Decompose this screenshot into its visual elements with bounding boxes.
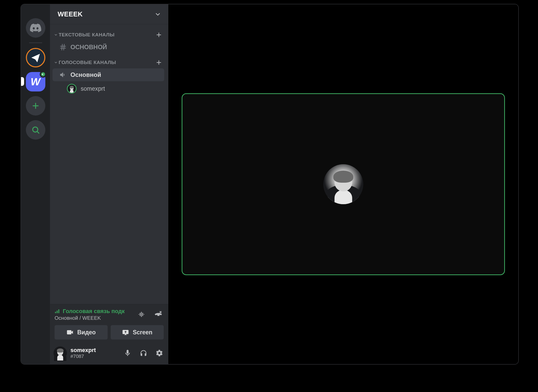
voice-user-item[interactable]: somexprt: [50, 82, 167, 96]
add-server-button[interactable]: [26, 96, 45, 116]
participant-avatar: [323, 164, 363, 204]
discord-icon: [30, 24, 41, 32]
svg-rect-1: [55, 312, 56, 313]
connection-status[interactable]: Голосовая связь подк: [55, 308, 125, 315]
video-button[interactable]: Видео: [55, 325, 108, 339]
headphones-icon: [140, 349, 147, 357]
plus-icon: [31, 101, 40, 110]
chevron-down-icon: [154, 11, 161, 18]
compass-icon: [31, 126, 40, 134]
noise-suppression-button[interactable]: [136, 309, 147, 320]
channel-sidebar: WEEEK ТЕКСТОВЫЕ КАНАЛЫ: [50, 4, 168, 364]
phone-hangup-icon: [154, 311, 162, 318]
app-layout: W WEEEK: [21, 4, 518, 364]
soundwave-icon: [138, 311, 145, 318]
hash-icon: [59, 43, 67, 51]
chevron-down-icon: [54, 61, 58, 64]
screen-share-button[interactable]: Screen: [111, 325, 164, 339]
gear-icon: [156, 349, 163, 357]
server-name: WEEEK: [58, 10, 83, 18]
category-label: ТЕКСТОВЫЕ КАНАЛЫ: [59, 32, 115, 38]
add-channel-button[interactable]: [156, 59, 162, 66]
microphone-icon: [124, 349, 131, 357]
server-letter: W: [31, 76, 40, 88]
voice-user-name: somexprt: [81, 85, 105, 92]
self-username: somexprt: [70, 347, 96, 354]
user-footer: somexprt #7087: [50, 342, 168, 364]
svg-rect-3: [58, 310, 59, 313]
channel-name: Основной: [70, 71, 101, 78]
mute-button[interactable]: [122, 348, 133, 358]
speaker-small-icon: [42, 73, 45, 76]
app-window: W WEEEK: [20, 4, 519, 365]
discord-home-button[interactable]: [26, 18, 45, 38]
participant-tile[interactable]: [182, 93, 505, 275]
active-server-pill: [21, 77, 24, 86]
voice-activity-badge: [40, 71, 46, 78]
disconnect-button[interactable]: [153, 309, 164, 320]
self-avatar[interactable]: [54, 346, 67, 360]
channel-list: ТЕКСТОВЫЕ КАНАЛЫ основной: [50, 24, 168, 304]
explore-servers-button[interactable]: [26, 120, 45, 140]
video-icon: [66, 329, 74, 336]
rail-separator: [29, 42, 42, 43]
server-icon-weeek[interactable]: W: [26, 72, 45, 91]
self-tag: #7087: [70, 354, 96, 359]
screen-share-icon: [122, 329, 129, 336]
chevron-down-icon: [54, 33, 58, 37]
category-text[interactable]: ТЕКСТОВЫЕ КАНАЛЫ: [50, 26, 167, 40]
text-channel-item[interactable]: основной: [53, 41, 164, 54]
paper-plane-icon: [30, 53, 41, 63]
voice-stage: [168, 4, 518, 364]
voice-channel-item[interactable]: Основной: [53, 68, 164, 81]
user-settings-button[interactable]: [154, 348, 165, 358]
deafen-button[interactable]: [138, 348, 149, 358]
signal-icon: [55, 308, 60, 314]
add-channel-button[interactable]: [156, 32, 162, 38]
server-rail: W: [21, 4, 50, 364]
category-label: ГОЛОСОВЫЕ КАНАЛЫ: [59, 60, 116, 65]
server-header[interactable]: WEEEK: [50, 4, 168, 24]
server-icon-t[interactable]: [26, 48, 45, 67]
user-avatar-small: [67, 84, 77, 94]
connection-location: Основной / WEEEK: [55, 315, 125, 321]
channel-name: основной: [70, 44, 107, 51]
category-voice[interactable]: ГОЛОСОВЫЕ КАНАЛЫ: [50, 54, 167, 68]
svg-rect-2: [57, 311, 58, 313]
speaker-icon: [59, 71, 67, 79]
voice-connection-panel: Голосовая связь подк Основной / WEEEK: [50, 304, 168, 342]
